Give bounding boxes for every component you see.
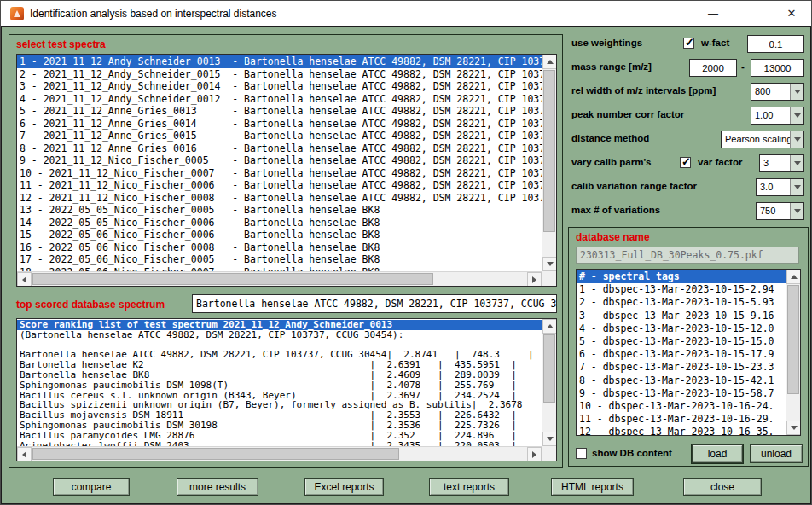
- chevron-down-icon: [794, 90, 801, 94]
- arrow-down-icon: [547, 437, 554, 441]
- top-scored-field[interactable]: Bartonella henselae ATCC 49882, DSM 2822…: [192, 294, 557, 313]
- scrollbar-corner: [542, 446, 556, 461]
- db-spectrum-row[interactable]: 11 - dbspec-13-Mar-2023-10-16-29.: [579, 413, 786, 426]
- db-spectrum-row[interactable]: 8 - dbspec-13-Mar-2023-10-15-42.1: [579, 374, 786, 387]
- scroll-left-button[interactable]: [17, 272, 32, 287]
- vary-calib-checkbox[interactable]: [680, 157, 691, 168]
- score-line[interactable]: (Bartonella henselae ATCC 49882, DSM 282…: [20, 330, 542, 340]
- scroll-thumb[interactable]: [543, 70, 555, 232]
- arrow-up-icon: [547, 324, 554, 328]
- horizontal-scrollbar[interactable]: [17, 446, 542, 461]
- scroll-down-button[interactable]: [542, 432, 557, 446]
- mass-min-input[interactable]: [689, 59, 737, 77]
- db-spectrum-row[interactable]: 5 - dbspec-13-Mar-2023-10-15-15.0: [579, 335, 786, 348]
- dropdown-button[interactable]: [790, 131, 803, 148]
- scroll-up-button[interactable]: [542, 319, 557, 334]
- score-line[interactable]: Sphingomonas paucimobilis DSM 30198 | 2.…: [20, 421, 542, 431]
- html-reports-button[interactable]: HTML reports: [551, 478, 634, 496]
- top-scored-label: top scored database spectrum: [16, 299, 165, 311]
- dropdown-button[interactable]: [790, 203, 803, 219]
- distance-method-select[interactable]: Pearson scaling: [721, 131, 804, 148]
- spectrum-row[interactable]: 13 - 2022_05_05_Nico_Fischer_0005 - Bart…: [20, 204, 542, 217]
- scroll-down-button[interactable]: [786, 421, 801, 435]
- var-factor-select[interactable]: 3: [759, 154, 804, 172]
- spectrum-row[interactable]: 14 - 2022_05_05_Nico_Fischer_0006 - Bart…: [20, 217, 542, 229]
- calib-range-select[interactable]: 3.0: [756, 178, 804, 196]
- peak-corr-select[interactable]: 1.00: [751, 107, 804, 125]
- spectrum-row[interactable]: 16 - 2022_05_06_Nico_Fischer_0008 - Bart…: [20, 241, 542, 254]
- spectrum-row[interactable]: 1 - 2021_11_12_Andy_Schneider_0013 - Bar…: [17, 55, 542, 68]
- spectrum-row[interactable]: 2 - 2021_11_12_Andy_Schneider_0015 - Bar…: [20, 68, 542, 81]
- spectrum-row[interactable]: 8 - 2021_11_12_Anne_Gries_0016 - Bartone…: [20, 142, 542, 155]
- db-spectrum-row[interactable]: 7 - dbspec-13-Mar-2023-10-15-23.3: [579, 361, 786, 374]
- db-spectrum-row[interactable]: 10 - dbspec-13-Mar-2023-10-16-24.: [579, 400, 786, 413]
- spectrum-row[interactable]: 10 - 2021_11_12_Nico_Fischer_0007 - Bart…: [20, 167, 542, 180]
- close-action-button[interactable]: close: [683, 478, 762, 496]
- db-spectrum-row[interactable]: 12 - dbspec-13-Mar-2023-10-16-35.: [579, 426, 786, 435]
- db-spectrum-row[interactable]: 9 - dbspec-13-Mar-2023-10-15-58.7: [579, 387, 786, 400]
- window-title: Identification analysis based on intersp…: [30, 1, 277, 26]
- scroll-up-button[interactable]: [786, 270, 801, 284]
- more-results-button[interactable]: more results: [177, 478, 258, 496]
- close-button[interactable]: ✕: [772, 1, 811, 26]
- mass-max-input[interactable]: [751, 59, 804, 77]
- db-spectrum-row[interactable]: 1 - dbspec-13-Mar-2023-10-15-2.94: [579, 283, 786, 296]
- load-button[interactable]: load: [692, 444, 743, 463]
- max-variations-select[interactable]: 750: [756, 202, 804, 220]
- spectrum-row[interactable]: 17 - 2022_05_06_Nico_Fischer_0005 - Bart…: [20, 253, 542, 266]
- spectrum-row[interactable]: 6 - 2021_11_12_Anne_Gries_0014 - Bartone…: [20, 118, 542, 131]
- score-line[interactable]: Bartonella henselae BK8 | 2.4609 | 289.0…: [20, 370, 542, 380]
- var-factor-value: 3: [763, 155, 768, 171]
- spectrum-row[interactable]: 11 - 2021_11_12_Nico_Fischer_0006 - Bart…: [20, 179, 542, 192]
- db-spectrum-row[interactable]: 6 - dbspec-13-Mar-2023-10-15-17.9: [579, 348, 786, 361]
- chevron-down-icon: [794, 113, 801, 118]
- database-name-field[interactable]: 230313_Full_DB_30Peaks_0.75.pkf: [576, 247, 799, 264]
- compare-button[interactable]: compare: [53, 478, 130, 496]
- scroll-left-button[interactable]: [17, 447, 32, 461]
- minimize-button[interactable]: —: [693, 1, 733, 26]
- score-line[interactable]: Sphingomonas paucimobilis DSM 1098(T) | …: [20, 380, 542, 391]
- database-list-content: # - spectral tags 1 - dbspec-13-Mar-2023…: [577, 270, 786, 435]
- spectrum-row[interactable]: 4 - 2021_11_12_Andy_Schneider_0012 - Bar…: [20, 93, 542, 106]
- spectrum-row[interactable]: 5 - 2021_11_12_Anne_Gries_0013 - Bartone…: [20, 105, 542, 118]
- unload-button[interactable]: unload: [750, 444, 803, 463]
- scroll-down-button[interactable]: [542, 257, 557, 271]
- scroll-thumb[interactable]: [32, 273, 433, 285]
- spectrum-row[interactable]: 7 - 2021_11_12_Anne_Gries_0015 - Bartone…: [20, 130, 542, 142]
- scroll-right-button[interactable]: [527, 447, 542, 461]
- w-fact-input[interactable]: [747, 35, 804, 53]
- db-spectrum-row[interactable]: 2 - dbspec-13-Mar-2023-10-15-5.93: [579, 296, 786, 309]
- excel-reports-button[interactable]: Excel reports: [304, 478, 384, 496]
- scroll-right-button[interactable]: [527, 272, 542, 287]
- dropdown-button[interactable]: [790, 155, 803, 171]
- database-name-label: database name: [576, 231, 650, 243]
- db-spectrum-row[interactable]: 3 - dbspec-13-Mar-2023-10-15-9.16: [579, 310, 786, 322]
- vertical-scrollbar[interactable]: [542, 55, 556, 271]
- vertical-scrollbar[interactable]: [542, 319, 556, 446]
- scroll-thumb[interactable]: [543, 334, 555, 403]
- window: Identification analysis based on intersp…: [0, 0, 812, 505]
- spectrum-row[interactable]: 15 - 2022_05_06_Nico_Fischer_0006 - Bart…: [20, 229, 542, 241]
- score-line[interactable]: Bacillus paramycoides LMG 28876 | 2.352 …: [20, 431, 542, 441]
- scroll-thumb[interactable]: [787, 285, 799, 394]
- rel-width-select[interactable]: 800: [751, 83, 804, 101]
- app-icon: [10, 7, 24, 20]
- spectrum-row[interactable]: 12 - 2021_11_12_Nico_Fischer_0008 - Bart…: [20, 192, 542, 205]
- db-spectrum-row[interactable]: 4 - dbspec-13-Mar-2023-10-15-12.0: [579, 322, 786, 335]
- select-test-spectra-label: select test spectra: [16, 38, 106, 50]
- score-ranking-list: Score ranking list of test spectrum 2021…: [16, 318, 557, 461]
- horizontal-scrollbar[interactable]: [17, 271, 542, 286]
- use-weightings-checkbox[interactable]: [683, 38, 694, 49]
- dropdown-button[interactable]: [790, 179, 803, 195]
- text-reports-button[interactable]: text reports: [429, 478, 509, 496]
- spectrum-row[interactable]: 3 - 2021_11_12_Andy_Schneider_0014 - Bar…: [20, 80, 542, 93]
- vary-calib-label: vary calib parm's: [571, 157, 652, 167]
- vertical-scrollbar[interactable]: [786, 270, 800, 435]
- db-list-header[interactable]: # - spectral tags: [577, 270, 786, 283]
- dropdown-button[interactable]: [790, 84, 803, 100]
- show-db-content-checkbox[interactable]: [576, 448, 587, 459]
- scroll-thumb[interactable]: [32, 448, 399, 460]
- scroll-up-button[interactable]: [542, 55, 557, 69]
- dropdown-button[interactable]: [790, 107, 803, 124]
- spectrum-row[interactable]: 9 - 2021_11_12_Nico_Fischer_0005 - Barto…: [20, 154, 542, 167]
